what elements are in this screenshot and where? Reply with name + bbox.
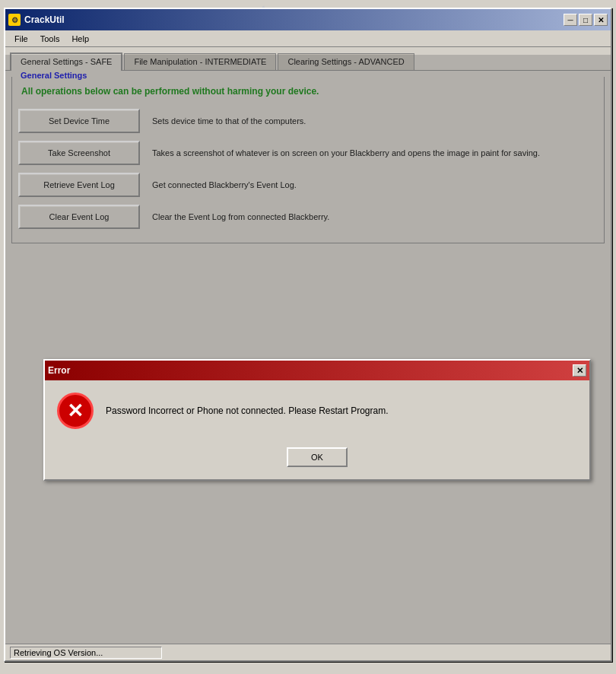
menu-file[interactable]: File (8, 33, 34, 45)
title-bar: ⚙ CrackUtil ─ □ ✕ (5, 9, 611, 30)
close-button[interactable]: ✕ (594, 14, 608, 26)
status-text: Retrieving OS Version... (14, 648, 103, 657)
menu-tools[interactable]: Tools (34, 33, 66, 45)
error-buttons: OK (45, 441, 589, 479)
error-dialog: Error ✕ ✕ Password Incorrect or Phone no… (43, 359, 591, 481)
main-window: ⚙ CrackUtil ─ □ ✕ File Tools Help Genera… (4, 8, 612, 662)
status-panel: Retrieving OS Version... (10, 647, 162, 659)
menu-bar: File Tools Help (5, 30, 611, 47)
maximize-button[interactable]: □ (579, 14, 592, 26)
error-content: ✕ Password Incorrect or Phone not connec… (45, 380, 589, 441)
error-icon: ✕ (57, 393, 94, 429)
dialog-overlay (5, 55, 611, 644)
minimize-button[interactable]: ─ (564, 14, 577, 26)
error-title-bar: Error ✕ (45, 361, 589, 380)
menu-help[interactable]: Help (65, 33, 95, 45)
app-icon: ⚙ (8, 14, 21, 26)
app-title: CrackUtil (24, 14, 65, 25)
error-message: Password Incorrect or Phone not connecte… (106, 405, 577, 416)
error-dialog-title: Error (48, 365, 70, 376)
status-bar: Retrieving OS Version... (5, 644, 611, 660)
title-bar-left: ⚙ CrackUtil (8, 14, 65, 26)
title-buttons: ─ □ ✕ (564, 14, 608, 26)
error-close-button[interactable]: ✕ (573, 364, 586, 377)
error-x-symbol: ✕ (67, 401, 84, 421)
error-ok-button[interactable]: OK (287, 447, 348, 467)
